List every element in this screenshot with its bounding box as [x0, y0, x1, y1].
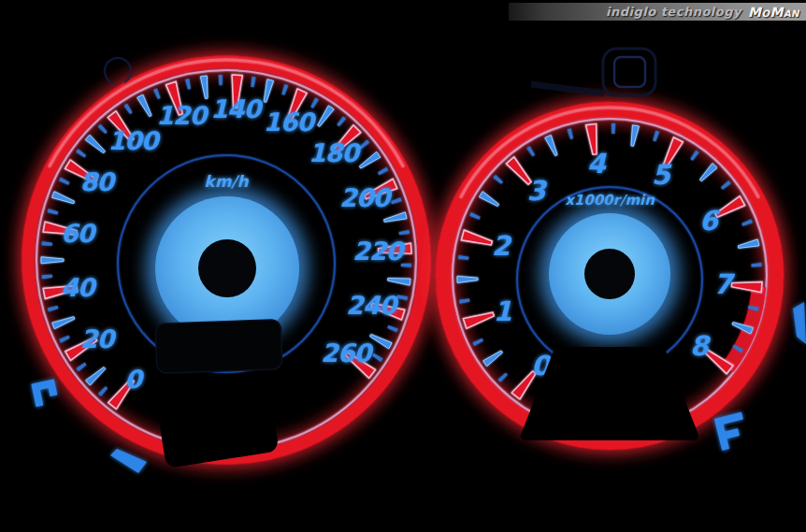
tachometer-micro-tick [751, 263, 761, 266]
speedometer-minor-tick [318, 106, 335, 126]
speedometer-number: 20 [80, 324, 118, 353]
gauges-layer: 020406080100120140160180200220240260km/h… [28, 49, 806, 473]
tachometer-micro-tick [741, 220, 753, 226]
speedo-top-bracket [105, 58, 131, 83]
speedometer-micro-tick [48, 208, 59, 214]
tachometer-micro-tick [690, 151, 698, 161]
speedometer-micro-tick [76, 149, 86, 157]
speedometer-micro-tick [251, 77, 255, 87]
speedometer-micro-tick [399, 230, 410, 235]
right-edge-indicator-streak-icon [793, 302, 806, 344]
speedometer-micro-tick [372, 353, 382, 362]
speedometer-micro-tick [337, 116, 346, 126]
speedometer-micro-tick [59, 178, 69, 185]
tachometer-micro-tick [526, 146, 535, 156]
tachometer-number: 4 [587, 148, 608, 180]
speedometer-micro-tick [378, 167, 388, 175]
brand-label: MoMan [748, 5, 799, 20]
tachometer-minor-tick [545, 136, 557, 156]
tachometer-number: 6 [699, 205, 721, 237]
speedometer-micro-tick [42, 275, 52, 279]
indiglo-technology-label: indiglo technology [606, 5, 741, 19]
tach-bottom-cutout [525, 352, 694, 436]
speedometer-number: 0 [124, 365, 145, 394]
speedometer-micro-tick [98, 386, 108, 395]
tachometer-major-tick [463, 312, 494, 328]
tachometer-micro-tick [459, 298, 469, 303]
tachometer-major-tick [461, 230, 492, 245]
speedometer-number: 100 [108, 126, 162, 155]
tachometer-number: 3 [526, 175, 548, 207]
speedometer-minor-tick [384, 212, 407, 222]
speedometer-number: 140 [210, 94, 265, 123]
tachometer-number: 2 [492, 230, 513, 262]
odometer-window [155, 320, 282, 374]
tach-top-bracket [603, 49, 655, 95]
tachometer-number: 8 [690, 330, 712, 362]
speedometer-micro-tick [391, 197, 402, 204]
tachometer-micro-tick [653, 131, 659, 142]
speedometer-micro-tick [153, 88, 160, 99]
speedometer-minor-tick [359, 151, 380, 168]
speedometer-minor-tick [388, 279, 410, 286]
tachometer-number: 5 [652, 159, 672, 191]
speedometer-micro-tick [387, 325, 398, 332]
speedometer-minor-tick [85, 135, 105, 152]
speedometer-minor-tick [370, 335, 392, 349]
gauge-cluster-canvas: 020406080100120140160180200220240260km/h… [0, 0, 806, 532]
tach-top-bracket-inner [614, 57, 645, 87]
tach-bracket-ledge [531, 84, 604, 93]
tachometer-micro-tick [568, 128, 573, 139]
speedometer-micro-tick [48, 306, 59, 311]
speedometer-minor-tick [200, 76, 208, 98]
speedometer-number: 60 [61, 219, 98, 248]
tachometer-minor-tick [483, 351, 503, 367]
speedometer-number: 120 [156, 101, 210, 130]
tachometer-micro-tick [469, 212, 480, 220]
speedometer-number: 260 [321, 338, 375, 367]
speedometer-minor-tick [137, 94, 151, 116]
tachometer-major-tick [715, 196, 745, 217]
speedometer-micro-tick [401, 264, 411, 267]
speedometer-micro-tick [76, 363, 86, 371]
header-bar: indiglo technology MoMan [509, 3, 806, 21]
speedometer-micro-tick [219, 75, 223, 85]
speedometer-micro-tick [42, 241, 52, 245]
tachometer-micro-tick [498, 373, 508, 382]
speedometer-number: 160 [264, 108, 318, 137]
speedometer-micro-tick [59, 336, 69, 343]
speedometer-micro-tick [397, 295, 408, 301]
tachometer-major-tick [731, 282, 761, 293]
speedometer-number: 40 [61, 273, 98, 302]
speedometer-number: 240 [346, 291, 400, 320]
tachometer-number: 1 [493, 295, 511, 327]
speedometer-minor-tick [41, 257, 64, 264]
tachometer-hub-hole [584, 249, 635, 299]
tachometer-micro-tick [458, 255, 468, 260]
left-turn-indicator-glyph-icon [36, 383, 55, 406]
tachometer-minor-tick [457, 276, 478, 282]
speedometer: 020406080100120140160180200220240260km/h [28, 60, 425, 458]
speedometer-minor-tick [264, 79, 273, 102]
speedometer-micro-tick [124, 104, 133, 114]
speedometer-number: 220 [353, 237, 407, 266]
speedometer-micro-tick [185, 79, 191, 89]
gauge-cluster-photo: 020406080100120140160180200220240260km/h… [0, 0, 806, 532]
tachometer-micro-tick [721, 180, 731, 190]
tachometer-micro-tick [493, 175, 503, 184]
tachometer-minor-tick [479, 192, 498, 207]
speedometer-number: 80 [79, 167, 117, 196]
speedometer-micro-tick [281, 84, 288, 95]
tachometer-minor-tick [631, 125, 639, 146]
speedometer-hub-hole [198, 239, 256, 297]
speedometer-minor-tick [86, 367, 106, 385]
speedometer-micro-tick [98, 124, 108, 134]
speedometer-micro-tick [360, 139, 370, 149]
tachometer-micro-tick [612, 123, 615, 134]
speedometer-number: 200 [339, 183, 394, 212]
tachometer-micro-tick [472, 338, 482, 346]
bottom-left-indicator-streak-icon [110, 449, 147, 473]
right-beam-indicator-glyph-icon [719, 416, 750, 450]
tachometer-minor-tick [738, 239, 759, 248]
tachometer-minor-tick [699, 164, 717, 181]
